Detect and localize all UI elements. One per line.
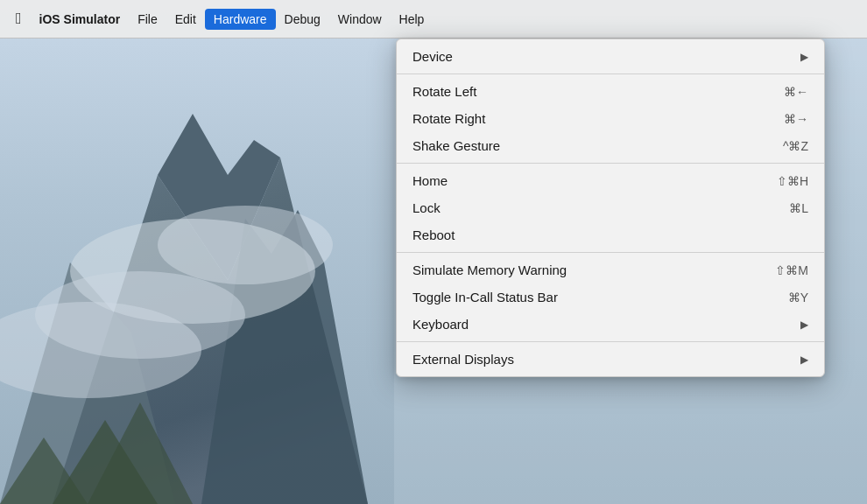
menu-item-shake-gesture-shortcut: ^⌘Z <box>783 139 808 153</box>
menu-item-home[interactable]: Home ⇧⌘H <box>397 167 824 194</box>
menu-divider-4 <box>397 341 824 342</box>
apple-menu-item[interactable]:  <box>7 6 31 32</box>
menu-item-keyboard[interactable]: Keyboard ▶ <box>397 311 824 338</box>
menu-item-rotate-left-shortcut: ⌘← <box>784 85 808 99</box>
menubar-item-file[interactable]: File <box>129 9 166 30</box>
menu-divider-3 <box>397 252 824 253</box>
svg-point-10 <box>158 206 333 284</box>
menu-item-home-label: Home <box>412 173 742 188</box>
menu-item-external-displays[interactable]: External Displays ▶ <box>397 346 824 373</box>
menu-item-shake-gesture-label: Shake Gesture <box>412 138 748 153</box>
menubar-item-hardware[interactable]: Hardware <box>205 9 276 30</box>
menu-item-toggle-status[interactable]: Toggle In-Call Status Bar ⌘Y <box>397 284 824 311</box>
menubar-item-edit[interactable]: Edit <box>166 9 205 30</box>
menu-divider-2 <box>397 163 824 164</box>
app-name[interactable]: iOS Simulator <box>31 9 130 30</box>
hardware-dropdown-menu: Device ▶ Rotate Left ⌘← Rotate Right ⌘→ … <box>396 38 825 377</box>
menu-item-rotate-right-shortcut: ⌘→ <box>784 112 808 126</box>
menu-item-shake-gesture[interactable]: Shake Gesture ^⌘Z <box>397 132 824 159</box>
menubar-item-debug[interactable]: Debug <box>276 9 329 30</box>
menu-item-rotate-left[interactable]: Rotate Left ⌘← <box>397 78 824 105</box>
menu-item-reboot-label: Reboot <box>412 228 773 242</box>
menu-item-lock[interactable]: Lock ⌘L <box>397 194 824 221</box>
menu-item-toggle-status-shortcut: ⌘Y <box>788 290 808 304</box>
menu-item-external-displays-label: External Displays <box>412 352 783 367</box>
menu-item-lock-label: Lock <box>412 200 754 215</box>
menu-item-rotate-right-label: Rotate Right <box>412 111 749 126</box>
menu-item-rotate-left-label: Rotate Left <box>412 84 749 99</box>
menu-item-simulate-memory-label: Simulate Memory Warning <box>412 262 740 277</box>
menubar-item-help[interactable]: Help <box>391 9 434 30</box>
menu-item-keyboard-label: Keyboard <box>412 317 783 332</box>
menu-item-lock-shortcut: ⌘L <box>789 201 808 215</box>
menubar-item-window[interactable]: Window <box>329 9 391 30</box>
menu-item-simulate-memory-shortcut: ⇧⌘M <box>775 263 808 277</box>
menu-item-toggle-status-label: Toggle In-Call Status Bar <box>412 290 753 304</box>
menu-item-device[interactable]: Device ▶ <box>397 43 824 70</box>
menu-item-device-label: Device <box>412 49 783 64</box>
menu-item-reboot[interactable]: Reboot <box>397 221 824 248</box>
menubar:  iOS Simulator File Edit Hardware Debug… <box>0 0 867 38</box>
menu-item-home-shortcut: ⇧⌘H <box>777 174 808 188</box>
menu-item-rotate-right[interactable]: Rotate Right ⌘→ <box>397 105 824 132</box>
submenu-arrow-keyboard-icon: ▶ <box>800 318 808 331</box>
submenu-arrow-displays-icon: ▶ <box>800 354 808 366</box>
menu-divider-1 <box>397 74 824 74</box>
submenu-arrow-icon: ▶ <box>800 51 808 63</box>
menu-item-simulate-memory[interactable]: Simulate Memory Warning ⇧⌘M <box>397 256 824 284</box>
